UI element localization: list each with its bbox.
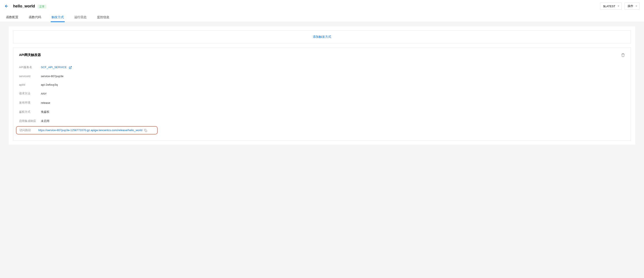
version-selector[interactable]: $LATEST bbox=[600, 2, 622, 10]
field-label: serviceId bbox=[19, 74, 41, 78]
field-request-method: 请求方法 ANY bbox=[19, 89, 625, 98]
status-badge: 正常 bbox=[38, 4, 46, 8]
title-right: $LATEST 操作 bbox=[600, 2, 640, 10]
field-value: api-2wfouy3q bbox=[41, 83, 58, 86]
field-value: ANY bbox=[41, 92, 47, 95]
external-link-icon[interactable] bbox=[69, 66, 72, 69]
page-header: hello_world 正常 $LATEST 操作 函数配置 函数代码 触发方式… bbox=[0, 0, 644, 22]
title-left: hello_world 正常 bbox=[4, 4, 46, 8]
trigger-box: API网关触发器 API服务名 SCF_API_SERVICE serviceI… bbox=[13, 48, 631, 141]
copy-icon[interactable] bbox=[144, 129, 147, 132]
tab-triggers[interactable]: 触发方式 bbox=[51, 13, 65, 22]
field-value: 未启用 bbox=[41, 119, 50, 123]
field-integration-response: 启用集成响应 未启用 bbox=[19, 116, 625, 126]
content-area: 添加触发方式 API网关触发器 API服务名 SCF_API_SERVICE s… bbox=[0, 22, 644, 149]
field-value: service-807pup3e bbox=[41, 74, 64, 78]
field-api-service-name: API服务名 SCF_API_SERVICE bbox=[19, 63, 625, 72]
title-row: hello_world 正常 $LATEST 操作 bbox=[4, 2, 640, 13]
page-title: hello_world bbox=[13, 4, 35, 8]
field-value: https://service-807pup3e-1256773370.gz.a… bbox=[38, 128, 147, 132]
tabs: 函数配置 函数代码 触发方式 运行日志 监控信息 bbox=[4, 13, 640, 22]
field-release-env: 发布环境 release bbox=[19, 98, 625, 107]
trigger-title: API网关触发器 bbox=[19, 53, 41, 57]
back-arrow-icon[interactable] bbox=[4, 4, 9, 8]
field-label: API服务名 bbox=[19, 65, 41, 69]
main-card: 添加触发方式 API网关触发器 API服务名 SCF_API_SERVICE s… bbox=[9, 26, 635, 145]
field-service-id: serviceId service-807pup3e bbox=[19, 72, 625, 80]
field-api-id: apiId api-2wfouy3q bbox=[19, 80, 625, 89]
field-label: apiId bbox=[19, 83, 41, 86]
tab-function-code[interactable]: 函数代码 bbox=[28, 13, 42, 22]
field-value: 免鉴权 bbox=[41, 110, 50, 114]
api-service-link[interactable]: SCF_API_SERVICE bbox=[41, 66, 67, 69]
field-label: 请求方法 bbox=[19, 92, 41, 96]
field-label: 鉴权方式 bbox=[19, 110, 41, 114]
trigger-header: API网关触发器 bbox=[19, 53, 625, 57]
field-access-path-highlight: 访问路径 https://service-807pup3e-1256773370… bbox=[16, 126, 158, 134]
add-trigger-button[interactable]: 添加触发方式 bbox=[13, 30, 631, 44]
field-label: 启用集成响应 bbox=[19, 119, 41, 123]
field-value: release bbox=[41, 101, 50, 104]
tab-function-config[interactable]: 函数配置 bbox=[5, 13, 19, 22]
field-value: SCF_API_SERVICE bbox=[41, 66, 72, 69]
page-title-wrap: hello_world 正常 bbox=[13, 4, 46, 8]
actions-dropdown[interactable]: 操作 bbox=[624, 2, 640, 10]
field-auth-method: 鉴权方式 免鉴权 bbox=[19, 107, 625, 116]
svg-rect-0 bbox=[145, 130, 147, 132]
access-path-link[interactable]: https://service-807pup3e-1256773370.gz.a… bbox=[38, 128, 142, 132]
tab-monitoring[interactable]: 监控信息 bbox=[96, 13, 110, 22]
trash-icon[interactable] bbox=[621, 53, 625, 57]
field-label: 发布环境 bbox=[19, 101, 41, 105]
tab-logs[interactable]: 运行日志 bbox=[74, 13, 88, 22]
field-label: 访问路径 bbox=[16, 128, 38, 132]
